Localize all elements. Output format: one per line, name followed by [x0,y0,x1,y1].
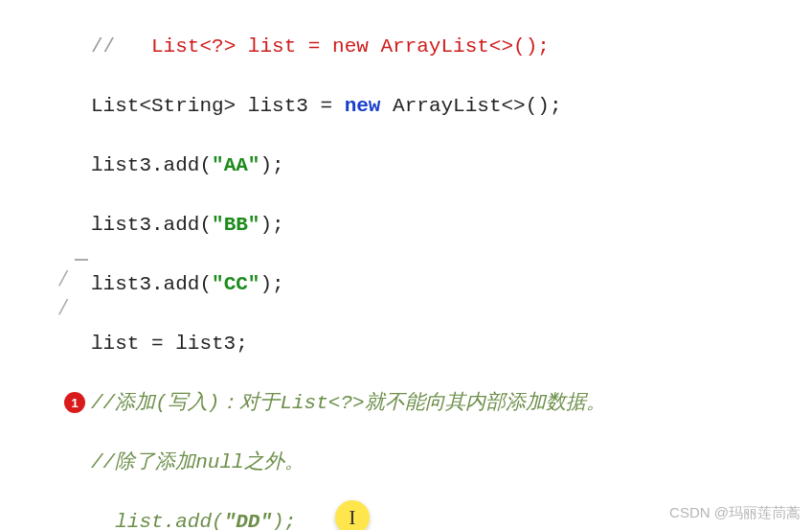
watermark-text: CSDN @玛丽莲茼蒿 [669,504,801,522]
string-literal: "DD" [224,511,272,530]
text-cursor-icon: I [335,500,370,530]
comment-line: //添加(写入)：对于List<?>就不能向其内部添加数据。 [91,392,606,414]
code-text: ); [272,511,296,530]
code-text: List<String> list3 = [91,95,345,117]
code-text: list3.add( [91,214,212,236]
code-text: list3.add( [91,273,212,295]
comment-prefix: // [91,35,151,58]
code-text: list3.add( [91,154,212,176]
code-text: ); [259,154,283,176]
string-literal: "BB" [212,214,259,236]
code-editor[interactable]: // List<?> list = new ArrayList<>(); Lis… [91,2,634,530]
string-literal: "AA" [212,154,259,176]
editor-gutter: / / [0,0,86,530]
code-text: ); [259,214,283,236]
code-text: list.add( [91,511,224,530]
gutter-mark-icon: / [57,295,70,320]
string-literal: "CC" [212,273,259,295]
keyword-new: new [345,95,381,117]
code-text: ArrayList<>(); [380,95,561,117]
commented-code: List<?> list = new ArrayList<>(); [151,35,550,58]
gutter-mark-icon: / [57,266,70,291]
cursor-glyph: I [349,505,355,530]
comment-line: //除了添加null之外。 [91,451,304,473]
code-text: ); [259,273,283,295]
code-text: list = list3; [91,333,248,355]
gutter-divider [75,259,88,261]
